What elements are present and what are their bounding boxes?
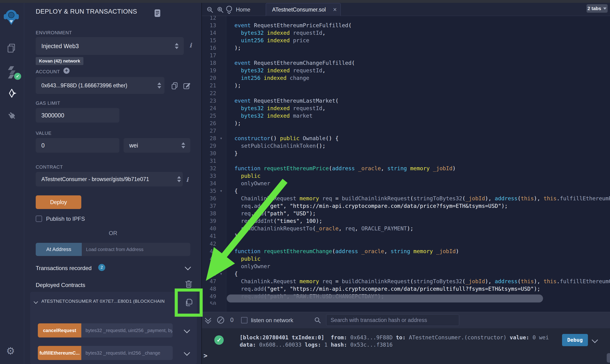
active-tab-label: ATestnetConsumer.sol — [272, 7, 333, 13]
code-text: public — [226, 256, 260, 262]
deployed-contracts-label: Deployed Contracts — [36, 282, 85, 288]
code-fold-arrow-icon[interactable]: ▾ — [216, 272, 226, 276]
gas-limit-field[interactable] — [36, 108, 119, 123]
code-line[interactable]: 25 bytes32 indexed market — [202, 112, 610, 119]
fulfill-ethereum-button[interactable]: fulfillEthereumC... — [38, 346, 81, 360]
code-line[interactable]: 18 event RequestEthereumChangeFulfilled( — [202, 59, 610, 67]
code-text: constructor() public Ownable() { — [226, 135, 339, 141]
add-account-icon[interactable]: + — [64, 68, 69, 74]
code-line[interactable]: 34 onlyOwner — [202, 180, 610, 187]
contract-info-icon[interactable]: i — [186, 176, 188, 183]
code-line[interactable]: 32 function requestEthereumPrice(address… — [202, 165, 610, 172]
remix-logo-icon — [3, 9, 19, 27]
code-line[interactable]: 29 setPublicChainlinkToken(); — [202, 142, 610, 150]
deploy-run-icon[interactable] — [6, 87, 18, 100]
at-address-button[interactable]: At Address — [36, 243, 82, 256]
code-line[interactable]: 43 function requestEthereumChange(addres… — [202, 247, 610, 255]
code-line[interactable]: 44 public — [202, 255, 610, 262]
code-line[interactable]: 27 — [202, 127, 610, 135]
code-line[interactable]: 12 — [202, 16, 610, 22]
gas-limit-input[interactable] — [36, 108, 119, 123]
publish-ipfs-checkbox[interactable] — [36, 216, 42, 222]
code-line[interactable]: 46▾ { — [202, 270, 610, 278]
code-line[interactable]: 23 event RequestEthereumLastMarket( — [202, 97, 610, 104]
contract-instance-title[interactable]: ATESTNETCONSUMER AT 0X7E7...E80D1 (BLOCK… — [41, 299, 173, 304]
tabs-dropdown-icon — [603, 8, 607, 10]
code-line[interactable]: 26 ); — [202, 119, 610, 127]
deploy-button[interactable]: Deploy — [36, 195, 81, 209]
code-line[interactable]: 40 sendChainlinkRequestTo(_oracle, req, … — [202, 225, 610, 232]
code-line[interactable]: 33 public — [202, 172, 610, 180]
fulfill-ethereum-args-field[interactable] — [81, 346, 173, 360]
debug-button[interactable]: Debug — [562, 334, 588, 346]
listen-network-checkbox[interactable] — [241, 317, 247, 323]
code-fold-arrow-icon[interactable]: ▾ — [216, 136, 226, 141]
code-line[interactable]: 36 Chainlink.Request memory req = buildC… — [202, 195, 610, 202]
gas-limit-label: GAS LIMIT — [36, 101, 60, 106]
clear-instances-trash-icon[interactable] — [185, 279, 193, 289]
solidity-compiler-icon[interactable]: ✓ — [6, 66, 18, 80]
code-line[interactable]: 13 event RequestEthereumPriceFulfilled( — [202, 22, 610, 29]
code-line[interactable]: 20 int256 indexed change — [202, 74, 610, 82]
fulfill-ethereum-args-input[interactable] — [81, 346, 173, 360]
copy-account-icon[interactable] — [171, 82, 179, 91]
plugin-manager-icon[interactable] — [6, 110, 18, 123]
code-line[interactable]: 14 bytes32 indexed requestId, — [202, 29, 610, 37]
editor-zoom-out-icon[interactable] — [206, 6, 214, 14]
tabs-count-button[interactable]: 2 tabs — [586, 4, 608, 13]
code-line[interactable]: 41 } — [202, 232, 610, 240]
code-line[interactable]: 48 req.add("get", "https://min-api.crypt… — [202, 285, 610, 293]
terminal-scroll-handle[interactable] — [607, 353, 610, 363]
code-line[interactable]: 37 req.add("get", "https://min-api.crypt… — [202, 202, 610, 210]
terminal-collapse-icon[interactable] — [206, 316, 210, 323]
code-line[interactable]: 42 — [202, 240, 610, 247]
terminal-search-input[interactable] — [326, 314, 459, 326]
code-line[interactable]: 19 bytes32 indexed requestId, — [202, 67, 610, 74]
code-line[interactable]: 15 uint256 indexed price — [202, 37, 610, 44]
editor-horizontal-scrollbar[interactable] — [227, 295, 543, 302]
cancel-request-args-input[interactable] — [81, 323, 173, 338]
code-line[interactable]: 39 req.addInt("times", 100); — [202, 217, 610, 225]
code-fold-arrow-icon[interactable]: ▾ — [216, 189, 226, 193]
settings-gear-icon[interactable]: ⚙ — [6, 346, 15, 356]
code-line[interactable]: 38 req.add("path", "USD"); — [202, 210, 610, 217]
close-tab-icon[interactable]: × — [333, 7, 337, 13]
value-field[interactable] — [36, 138, 119, 153]
terminal-log-line2[interactable]: data: 0x608...60033 logs: 1 hash: 0x53c.… — [240, 342, 393, 348]
code-area[interactable]: 1213 event RequestEthereumPriceFulfilled… — [202, 16, 610, 305]
value-input[interactable] — [36, 138, 119, 153]
at-address-field[interactable] — [82, 243, 190, 256]
clear-console-icon[interactable] — [217, 317, 224, 324]
terminal-prompt[interactable]: > — [203, 352, 208, 360]
at-address-input[interactable] — [82, 243, 190, 256]
contract-select[interactable]: ATestnetConsumer - browser/gists/9b71e07… — [36, 172, 183, 186]
code-line[interactable]: 47 Chainlink.Request memory req = buildC… — [202, 278, 610, 285]
code-line[interactable]: 31 — [202, 157, 610, 165]
cancel-request-args-field[interactable] — [81, 323, 173, 338]
file-explorer-icon[interactable] — [7, 43, 16, 54]
code-line[interactable]: 30 } — [202, 150, 610, 157]
code-line[interactable]: 28▾ constructor() public Ownable() { — [202, 135, 610, 142]
environment-info-icon[interactable]: i — [189, 42, 192, 49]
environment-select[interactable]: Injected Web3 — [36, 37, 184, 55]
code-line[interactable]: 21 ); — [202, 82, 610, 89]
copy-contract-address-icon[interactable] — [185, 298, 193, 309]
editor-zoom-in-icon[interactable] — [217, 6, 224, 14]
code-line[interactable]: 35▾ { — [202, 187, 610, 195]
terminal-search-field[interactable] — [326, 314, 459, 326]
edit-account-icon[interactable] — [183, 82, 191, 91]
transactions-recorded-label: Transactions recorded — [36, 265, 92, 272]
code-line[interactable]: 16 ); — [202, 44, 610, 52]
line-number: 49 — [202, 293, 216, 299]
terminal-log-line1[interactable]: [block:20780401 txIndex:0] from: 0x643..… — [240, 334, 549, 340]
tab-atestnetconsumer[interactable]: ATestnetConsumer.sol × — [266, 3, 341, 16]
cancel-request-button[interactable]: cancelRequest — [38, 323, 81, 338]
code-line[interactable]: 45 onlyOwner — [202, 262, 610, 270]
line-number: 35 — [202, 188, 216, 194]
code-line[interactable]: 17 — [202, 52, 610, 59]
value-unit-select[interactable]: wei — [124, 138, 190, 153]
tab-home[interactable]: Home — [225, 4, 260, 15]
code-line[interactable]: 22 — [202, 90, 610, 97]
account-select[interactable]: 0x643...9F88D (1.666673996 ether) — [36, 77, 164, 94]
code-line[interactable]: 24 bytes32 indexed requestId, — [202, 104, 610, 112]
